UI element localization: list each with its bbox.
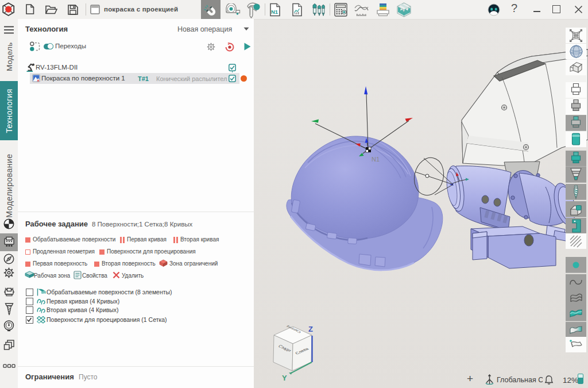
svg-text:N1: N1 <box>271 9 278 15</box>
svg-text:N1: N1 <box>372 156 380 163</box>
svg-text:Z: Z <box>308 325 313 333</box>
svg-text:Y: Y <box>282 374 287 382</box>
